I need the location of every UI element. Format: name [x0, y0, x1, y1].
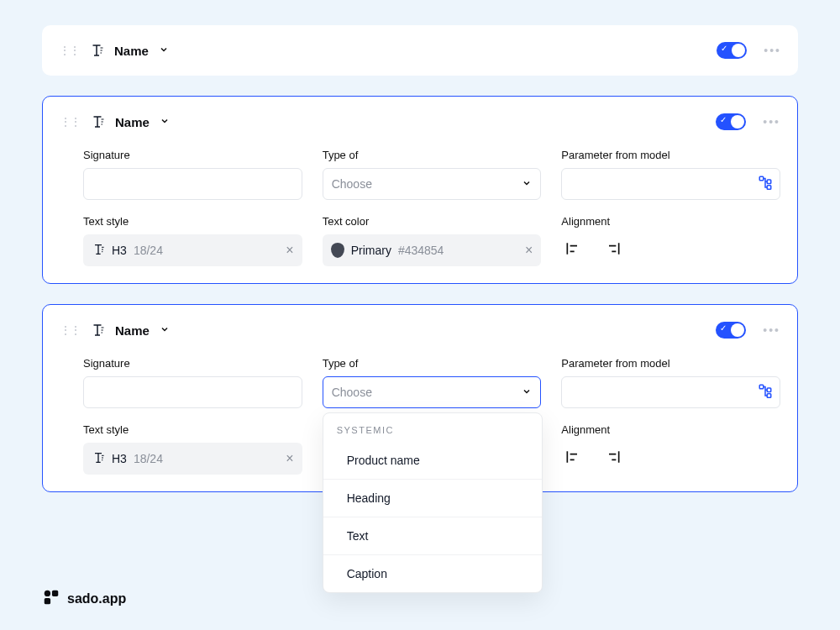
text-style-value: H3 — [112, 452, 127, 465]
signature-field: Signature — [83, 149, 302, 200]
field-label: Type of — [323, 149, 542, 161]
check-icon: ✓ — [720, 115, 727, 124]
more-icon[interactable]: ••• — [756, 323, 780, 337]
dropdown-item[interactable]: Text — [323, 517, 542, 554]
color-name: Primary — [351, 244, 391, 257]
text-style-value: H3 — [112, 244, 127, 257]
param-input[interactable] — [561, 168, 780, 200]
field-label: Text style — [83, 215, 302, 228]
param-field: Parameter from model — [561, 357, 780, 408]
color-swatch-icon — [331, 243, 344, 258]
svg-rect-1 — [767, 180, 771, 184]
color-hex: #434854 — [398, 244, 444, 257]
field-label: Type of — [323, 357, 542, 370]
enable-toggle[interactable]: ✓ — [717, 42, 747, 59]
field-label: Signature — [83, 149, 302, 161]
check-icon: ✓ — [721, 44, 727, 53]
select-placeholder: Choose — [332, 177, 372, 191]
drag-handle-icon[interactable]: ⋮⋮ — [59, 44, 79, 57]
check-icon: ✓ — [720, 323, 727, 333]
type-field: Type of Choose Systemic Product name Hea… — [323, 357, 542, 408]
signature-input[interactable] — [83, 168, 302, 200]
text-type-icon — [89, 43, 104, 58]
signature-field: Signature — [83, 357, 302, 408]
text-style-dim: 18/24 — [134, 452, 163, 465]
svg-rect-4 — [767, 388, 771, 392]
dropdown-item[interactable]: Heading — [323, 479, 542, 517]
card-title: Name — [115, 115, 150, 129]
chevron-down-icon[interactable] — [160, 323, 170, 338]
card-header: ⋮⋮ Name ✓ ••• — [59, 35, 781, 66]
svg-rect-0 — [759, 176, 764, 181]
svg-rect-3 — [759, 385, 764, 389]
chevron-down-icon[interactable] — [160, 114, 170, 129]
field-card-expanded: ⋮⋮ Name ✓ ••• Signature Type of Choose — [42, 304, 798, 492]
alignment-field: Alignment — [561, 423, 780, 475]
select-placeholder: Choose — [332, 386, 372, 399]
brand-text: sado.app — [67, 591, 126, 606]
align-right-icon[interactable] — [605, 240, 622, 260]
text-type-icon — [92, 451, 105, 467]
type-dropdown: Systemic Product name Heading Text Capti… — [323, 412, 543, 593]
type-select[interactable]: Choose — [323, 168, 542, 200]
card-title: Name — [115, 323, 150, 338]
field-label: Text style — [83, 423, 302, 436]
text-color-chip[interactable]: Primary #434854 × — [323, 234, 542, 266]
tree-icon[interactable] — [758, 383, 773, 402]
text-style-chip[interactable]: H3 18/24 × — [83, 443, 302, 475]
text-style-dim: 18/24 — [134, 244, 163, 257]
dropdown-item[interactable]: Caption — [323, 554, 542, 592]
more-icon[interactable]: ••• — [757, 44, 781, 57]
card-header: ⋮⋮ Name ✓ ••• — [60, 107, 780, 137]
chevron-down-icon[interactable] — [159, 43, 169, 58]
text-color-field: Text color Primary #434854 × — [323, 215, 542, 266]
clear-icon[interactable]: × — [525, 243, 533, 258]
enable-toggle[interactable]: ✓ — [716, 322, 746, 339]
brand-logo: sado.app — [42, 588, 126, 610]
drag-handle-icon[interactable]: ⋮⋮ — [60, 323, 80, 337]
clear-icon[interactable]: × — [286, 451, 293, 466]
param-input[interactable] — [561, 376, 780, 408]
field-label: Text color — [323, 215, 542, 228]
dropdown-group-label: Systemic — [323, 413, 542, 442]
svg-rect-2 — [767, 186, 771, 190]
svg-point-6 — [45, 591, 50, 596]
text-style-field: Text style H3 18/24 × — [83, 215, 302, 266]
card-title: Name — [114, 44, 149, 58]
logo-icon — [42, 588, 60, 610]
field-label: Alignment — [561, 423, 780, 436]
text-type-icon — [90, 323, 105, 338]
field-card-expanded: ⋮⋮ Name ✓ ••• Signature Type of Choose — [42, 96, 798, 284]
align-left-icon[interactable] — [564, 449, 581, 469]
text-type-icon — [92, 243, 105, 259]
clear-icon[interactable]: × — [286, 243, 293, 258]
dropdown-item[interactable]: Product name — [323, 442, 542, 479]
align-left-icon[interactable] — [564, 240, 581, 260]
chevron-down-icon — [522, 386, 532, 399]
tree-icon[interactable] — [758, 175, 773, 193]
type-field: Type of Choose — [323, 149, 542, 200]
field-label: Parameter from model — [561, 149, 780, 161]
more-icon[interactable]: ••• — [756, 115, 780, 129]
svg-rect-5 — [767, 394, 771, 398]
type-select[interactable]: Choose — [323, 376, 542, 408]
field-label: Alignment — [561, 215, 780, 228]
field-card-collapsed: ⋮⋮ Name ✓ ••• — [42, 25, 798, 76]
enable-toggle[interactable]: ✓ — [716, 113, 746, 130]
field-label: Parameter from model — [561, 357, 780, 370]
align-right-icon[interactable] — [605, 449, 622, 469]
card-header: ⋮⋮ Name ✓ ••• — [60, 315, 780, 345]
text-type-icon — [90, 114, 105, 129]
signature-input[interactable] — [83, 376, 302, 408]
svg-rect-7 — [52, 591, 58, 596]
param-field: Parameter from model — [561, 149, 780, 200]
alignment-field: Alignment — [561, 215, 780, 266]
text-style-chip[interactable]: H3 18/24 × — [83, 234, 302, 266]
drag-handle-icon[interactable]: ⋮⋮ — [60, 115, 80, 129]
text-style-field: Text style H3 18/24 × — [83, 423, 302, 475]
field-label: Signature — [83, 357, 302, 370]
svg-rect-8 — [45, 598, 50, 604]
chevron-down-icon — [522, 177, 532, 191]
